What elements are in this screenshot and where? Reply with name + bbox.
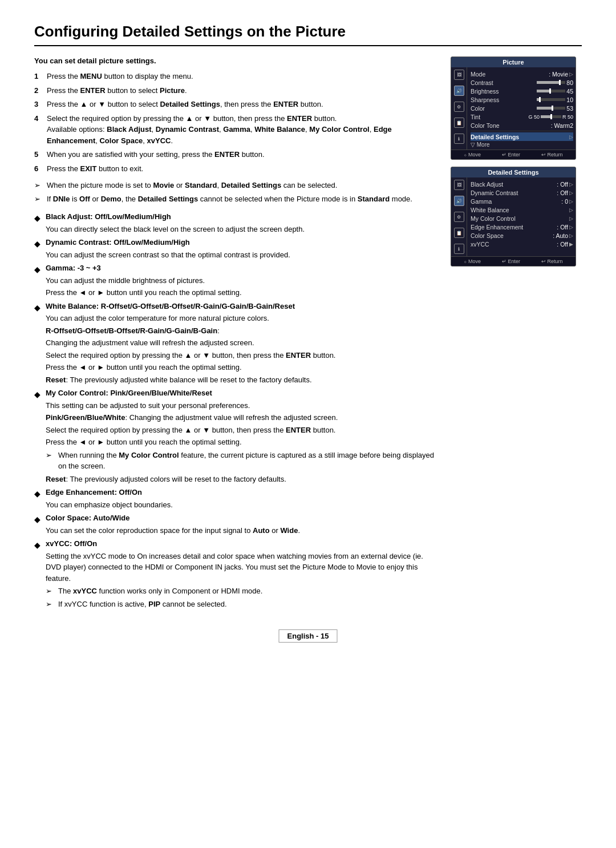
menu-icon-3: ⚙ (454, 102, 464, 112)
menu-row-contrast: Contrast 80 (471, 78, 573, 87)
detailed-menu-footer: ⬦ Move ↵ Enter ↩ Return (451, 256, 576, 266)
menu-row-brightness: Brightness 45 (471, 87, 573, 95)
menu-row-color-tone: Color Tone : Warm2 (471, 121, 573, 130)
step-6: 6 Press the EXIT button to exit. (34, 163, 439, 175)
menu-row-sharpness: Sharpness 10 (471, 95, 573, 104)
detail-menu-icon-1: 🖼 (454, 180, 464, 190)
detail-row-edge: Edge Enhancement : Off ▷ (471, 223, 573, 231)
page-title: Configuring Detailed Settings on the Pic… (34, 23, 582, 46)
menu-icon-2: 🔊 (454, 86, 464, 96)
detail-menu-icon-5: ℹ (454, 244, 464, 254)
menu-row-detailed-settings: Detailed Settings ▷ (471, 132, 573, 141)
intro-text: You can set detail picture settings. (34, 56, 439, 65)
bullet-dynamic-contrast: ◆ Dynamic Contrast: Off/Low/Medium/High … (34, 237, 439, 261)
step-4: 4 Select the required option by pressing… (34, 113, 439, 147)
picture-menu-footer: ⬦ Move ↵ Enter ↩ Return (451, 150, 576, 159)
detail-row-xvycc: xvYCC : Off ▶ (471, 240, 573, 248)
picture-menu-rows: Mode : Movie ▷ Contrast 80 Brightness (467, 67, 576, 150)
bullet-gamma: ◆ Gamma: -3 ~ +3 You can adjust the midd… (34, 263, 439, 300)
footer-return: ↩ Return (541, 152, 563, 158)
bullet-my-color: ◆ My Color Control: Pink/Green/Blue/Whit… (34, 387, 439, 486)
detail-footer-move: ⬦ Move (464, 259, 481, 264)
detail-row-my-color: My Color Control ▷ (471, 214, 573, 223)
sub-note-xvycc-2: ➢ If xvYCC function is active, PIP canno… (46, 599, 439, 610)
detail-row-gamma: Gamma : 0 ▷ (471, 197, 573, 205)
detail-row-color-space: Color Space : Auto ▷ (471, 231, 573, 240)
menu-icon-1: 🖼 (454, 70, 464, 80)
menu-row-mode: Mode : Movie ▷ (471, 70, 573, 78)
detailed-settings-menu-box: Detailed Settings 🖼 🔊 ⚙ 📋 ℹ Black Adjust… (451, 167, 576, 266)
bullet-color-space: ◆ Color Space: Auto/Wide You can set the… (34, 512, 439, 537)
step-3: 3 Press the ▲ or ▼ button to select Deta… (34, 99, 439, 110)
detailed-settings-menu-title: Detailed Settings (451, 167, 576, 177)
page-footer: English - 15 (279, 629, 338, 643)
detail-footer-enter: ↵ Enter (502, 259, 520, 264)
step-1: 1 Press the MENU button to display the m… (34, 71, 439, 82)
menu-row-tint: Tint G 50 R 50 (471, 112, 573, 121)
step-5: 5 When you are satisfied with your setti… (34, 149, 439, 160)
picture-menu-title: Picture (451, 57, 576, 67)
bullet-xvycc: ◆ xvYCC: Off/On Setting the xvYCC mode t… (34, 538, 439, 611)
bullet-white-balance: ◆ White Balance: R-Offset/G-Offset/B-Off… (34, 301, 439, 387)
footer-move: ⬦ Move (464, 152, 481, 158)
note-1: ➢ When the picture mode is set to Movie … (34, 180, 439, 191)
menu-icon-4: 📋 (454, 118, 464, 128)
detailed-menu-rows: Black Adjust : Off ▷ Dynamic Contrast : … (467, 177, 576, 256)
detail-footer-return: ↩ Return (541, 259, 563, 264)
step-2: 2 Press the ENTER button to select Pictu… (34, 85, 439, 96)
footer-enter: ↵ Enter (502, 152, 520, 158)
menu-icon-5: ℹ (454, 134, 464, 144)
detail-menu-icon-2: 🔊 (454, 196, 464, 206)
bullet-black-adjust: ◆ Black Adjust: Off/Low/Medium/High You … (34, 211, 439, 236)
sub-note-my-color-1: ➢ When running the My Color Control feat… (46, 450, 439, 472)
steps-list: 1 Press the MENU button to display the m… (34, 71, 439, 174)
bullet-edge-enhancement: ◆ Edge Enhancement: Off/On You can empha… (34, 487, 439, 511)
detail-row-white-balance: White Balance ▷ (471, 205, 573, 214)
menu-row-more: ▽ More (471, 141, 573, 148)
menu-row-color: Color 53 (471, 104, 573, 112)
right-column: Picture 🖼 🔊 ⚙ 📋 ℹ Mode : Movie ▷ Contras… (451, 56, 582, 612)
detail-menu-icon-3: ⚙ (454, 212, 464, 222)
detail-row-dynamic-contrast: Dynamic Contrast : Off ▷ (471, 188, 573, 197)
detail-row-black-adjust: Black Adjust : Off ▷ (471, 180, 573, 188)
bullet-section: ◆ Black Adjust: Off/Low/Medium/High You … (34, 211, 439, 611)
detail-menu-icon-4: 📋 (454, 228, 464, 238)
sub-note-xvycc-1: ➢ The xvYCC function works only in Compo… (46, 585, 439, 597)
note-2: ➢ If DNIe is Off or Demo, the Detailed S… (34, 193, 439, 205)
picture-menu-box: Picture 🖼 🔊 ⚙ 📋 ℹ Mode : Movie ▷ Contras… (451, 56, 576, 160)
